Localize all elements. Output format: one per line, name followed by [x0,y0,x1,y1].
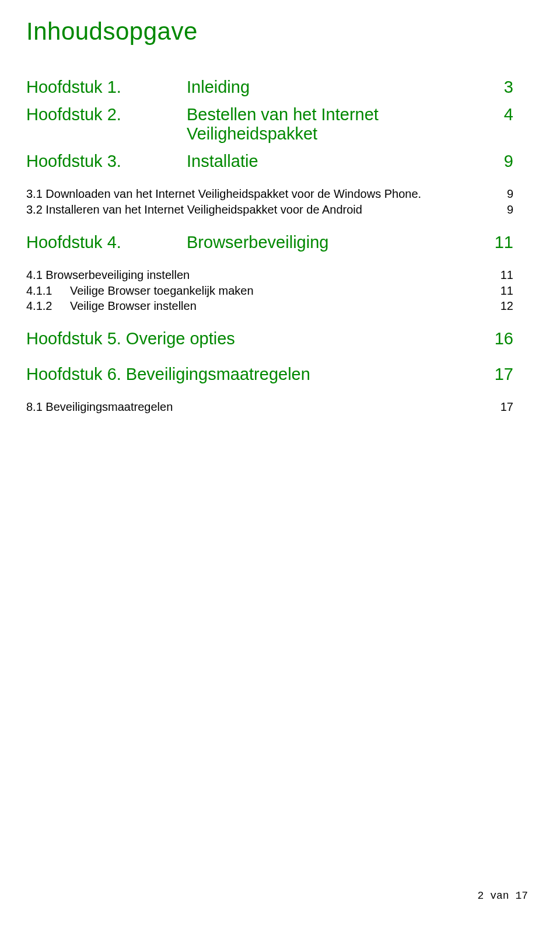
toc-page: Inhoudsopgave Hoofdstuk 1. Inleiding 3 H… [0,0,560,414]
sub-page: 11 [501,284,513,298]
toc-sub-row[interactable]: 3.2 Installeren van het Internet Veiligh… [26,203,513,217]
chapter-block-4: Hoofdstuk 4. Browserbeveiliging 11 4.1 B… [26,233,513,313]
sub-page: 11 [501,268,513,282]
page-title: Inhoudsopgave [26,18,513,46]
chapter-left: Hoofdstuk 1. Inleiding [26,78,250,97]
toc-chapter-row[interactable]: Hoofdstuk 5. Overige opties 16 [26,329,513,348]
chapter-title: Installatie [187,152,258,171]
chapter-page: 3 [504,78,513,97]
chapter-block-1-3: Hoofdstuk 1. Inleiding 3 Hoofdstuk 2. Be… [26,78,513,217]
chapter-page: 17 [495,365,513,384]
chapter-title: Bestellen van het Internet Veiligheidspa… [187,105,504,144]
toc-chapter-row[interactable]: Hoofdstuk 6. Beveiligingsmaatregelen 17 [26,365,513,384]
chapter-block-6: Hoofdstuk 6. Beveiligingsmaatregelen 17 … [26,365,513,414]
chapter-page: 11 [495,233,513,252]
toc-chapter-row[interactable]: Hoofdstuk 2. Bestellen van het Internet … [26,105,513,144]
chapter-page: 9 [504,152,513,171]
sub-title: 4.1 Browserbeveiliging instellen [26,268,190,282]
toc-sub-row[interactable]: 3.1 Downloaden van het Internet Veilighe… [26,187,513,201]
subsub-num: 4.1.2 [26,299,70,313]
chapter-left: Hoofdstuk 4. Browserbeveiliging [26,233,328,252]
sub-title: 8.1 Beveiligingsmaatregelen [26,400,173,414]
sub-page: 9 [507,187,513,201]
page-footer: 2 van 17 [478,890,528,902]
chapter-label: Hoofdstuk 3. [26,152,187,171]
chapter-page: 16 [495,329,513,348]
sub-title: 3.2 Installeren van het Internet Veiligh… [26,203,362,217]
subsub-title: 4.1.2Veilige Browser instellen [26,299,197,313]
chapter-left: Hoofdstuk 2. Bestellen van het Internet … [26,105,504,144]
toc-chapter-row[interactable]: Hoofdstuk 3. Installatie 9 [26,152,513,171]
subsub-text: Veilige Browser instellen [70,299,197,312]
chapter-label: Hoofdstuk 2. [26,105,187,124]
toc-subsub-row[interactable]: 4.1.1Veilige Browser toegankelijk maken … [26,284,513,298]
chapter-label: Hoofdstuk 1. [26,78,187,97]
chapter-block-5: Hoofdstuk 5. Overige opties 16 [26,329,513,348]
toc-sub-row[interactable]: 8.1 Beveiligingsmaatregelen 17 [26,400,513,414]
chapter-title: Browserbeveiliging [187,233,328,252]
toc-sub-row[interactable]: 4.1 Browserbeveiliging instellen 11 [26,268,513,282]
chapter-combined: Hoofdstuk 6. Beveiligingsmaatregelen [26,365,310,384]
toc-chapter-row[interactable]: Hoofdstuk 4. Browserbeveiliging 11 [26,233,513,252]
chapter-left: Hoofdstuk 3. Installatie [26,152,258,171]
sub-page: 12 [501,299,513,313]
sub-title: 3.1 Downloaden van het Internet Veilighe… [26,187,421,201]
subsub-text: Veilige Browser toegankelijk maken [70,284,254,297]
subsub-title: 4.1.1Veilige Browser toegankelijk maken [26,284,254,298]
toc-subsub-row[interactable]: 4.1.2Veilige Browser instellen 12 [26,299,513,313]
sub-page: 17 [501,400,513,414]
sub-page: 9 [507,203,513,217]
chapter-page: 4 [504,105,513,124]
toc-chapter-row[interactable]: Hoofdstuk 1. Inleiding 3 [26,78,513,97]
chapter-title: Inleiding [187,78,250,97]
subsub-num: 4.1.1 [26,284,70,298]
chapter-label: Hoofdstuk 4. [26,233,187,252]
chapter-combined: Hoofdstuk 5. Overige opties [26,329,235,348]
